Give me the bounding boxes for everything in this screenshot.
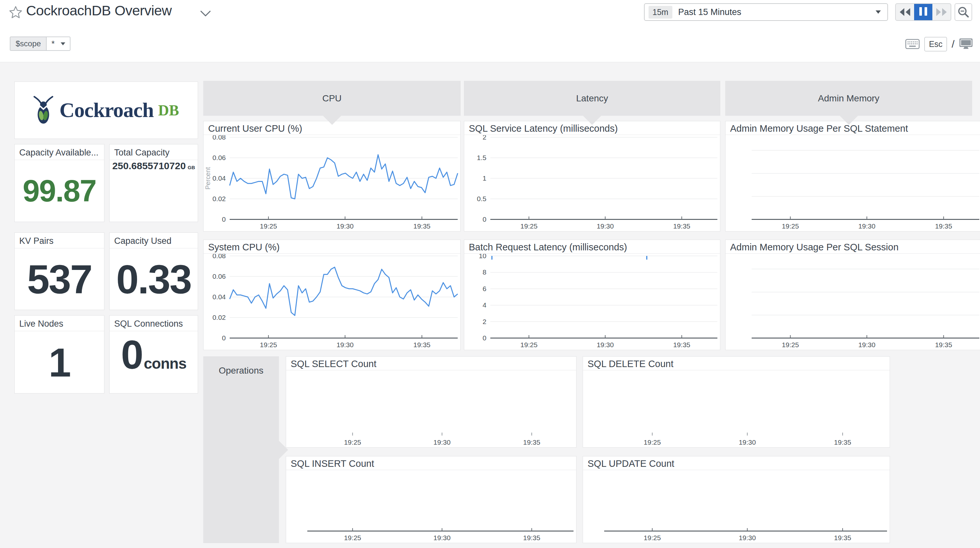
stat-value: 537 xyxy=(27,256,92,303)
pause-button[interactable] xyxy=(914,4,932,20)
chart-plot[interactable]: 00.511.5219:2519:3019:35 xyxy=(464,135,720,231)
svg-text:19:25: 19:25 xyxy=(644,438,661,446)
chart-title: Admin Memory Usage Per SQL Session xyxy=(725,240,980,254)
svg-text:4: 4 xyxy=(482,301,487,309)
svg-text:0.02: 0.02 xyxy=(212,314,226,321)
chart-card-current-user-cpu: Current User CPU (%) 00.020.040.060.0819… xyxy=(203,121,461,232)
scope-variable-name: $scope xyxy=(10,37,47,50)
group-label: Operations xyxy=(203,365,279,376)
scope-variable-select[interactable]: $scope * xyxy=(10,37,70,51)
magnifier-minus-icon xyxy=(957,6,970,18)
chart-title: SQL DELETE Count xyxy=(583,357,889,370)
svg-text:19:30: 19:30 xyxy=(597,222,614,230)
svg-text:19:25: 19:25 xyxy=(782,341,799,348)
chart-card-batch-request-latency: Batch Request Latency (milliseconds) 024… xyxy=(464,240,720,350)
svg-text:19:30: 19:30 xyxy=(738,438,756,446)
svg-text:19:30: 19:30 xyxy=(336,222,354,230)
chart-card-system-cpu: System CPU (%) 00.020.040.060.0819:2519:… xyxy=(203,240,461,350)
group-label: CPU xyxy=(322,93,342,104)
chevron-down-icon[interactable] xyxy=(200,10,211,17)
svg-text:0.04: 0.04 xyxy=(212,293,226,300)
chart-card-admin-memory-statement: Admin Memory Usage Per SQL Statement 19:… xyxy=(725,121,980,232)
logo-card: Cockroach DB xyxy=(14,81,198,139)
pause-icon xyxy=(918,7,929,17)
svg-text:0.06: 0.06 xyxy=(212,273,226,280)
svg-text:19:25: 19:25 xyxy=(644,534,661,542)
svg-text:19:25: 19:25 xyxy=(260,222,277,230)
svg-text:1: 1 xyxy=(482,175,487,182)
chart-card-sql-service-latency: SQL Service Latency (milliseconds) 00.51… xyxy=(464,121,720,232)
chart-plot[interactable]: 19:2519:3019:35 xyxy=(286,470,576,543)
svg-text:19:35: 19:35 xyxy=(413,341,431,348)
stat-card-total-capacity: Total Capacity 250.6855710720 GB xyxy=(109,144,198,222)
logo-wordmark: Cockroach xyxy=(59,98,153,122)
svg-text:8: 8 xyxy=(482,268,487,276)
svg-text:0.04: 0.04 xyxy=(212,175,226,182)
stat-value: 1 xyxy=(49,339,70,386)
group-header-admin-memory: Admin Memory xyxy=(725,81,972,116)
fast-forward-button[interactable] xyxy=(932,4,951,20)
group-header-cpu: CPU xyxy=(203,81,461,116)
esc-button[interactable]: Esc xyxy=(924,37,947,51)
svg-text:19:35: 19:35 xyxy=(523,534,541,542)
chart-title: Batch Request Latency (milliseconds) xyxy=(464,240,720,254)
svg-text:2: 2 xyxy=(482,318,487,326)
scope-variable-value: * xyxy=(51,39,54,49)
chart-plot[interactable]: 024681019:2519:3019:35 xyxy=(464,254,720,350)
top-header: CockroachDB Overview 15m Past 15 Minutes xyxy=(0,0,980,62)
chart-plot[interactable]: 19:2519:3019:35 xyxy=(725,254,980,350)
svg-text:19:35: 19:35 xyxy=(413,222,431,230)
stat-title: Live Nodes xyxy=(15,316,104,331)
chart-title: SQL INSERT Count xyxy=(286,456,576,470)
slash-separator: / xyxy=(951,38,955,50)
svg-text:10: 10 xyxy=(479,254,487,259)
stat-card-live-nodes: Live Nodes 1 xyxy=(14,315,104,394)
svg-text:0.06: 0.06 xyxy=(212,154,226,161)
keyboard-icon[interactable] xyxy=(905,39,920,49)
svg-text:19:30: 19:30 xyxy=(858,222,876,230)
chart-plot[interactable]: 19:2519:3019:35 xyxy=(583,470,889,543)
chart-plot[interactable]: 00.020.040.060.0819:2519:3019:35Percent xyxy=(204,135,460,231)
svg-text:0.02: 0.02 xyxy=(212,195,226,202)
stat-card-sql-connections: SQL Connections 0 conns xyxy=(109,315,198,394)
chart-plot[interactable]: 19:2519:3019:35 xyxy=(583,371,889,447)
svg-text:0: 0 xyxy=(222,216,226,223)
time-range-select[interactable]: 15m Past 15 Minutes xyxy=(644,3,888,21)
svg-text:19:30: 19:30 xyxy=(738,534,756,542)
svg-text:19:30: 19:30 xyxy=(858,341,876,348)
svg-text:1.5: 1.5 xyxy=(477,154,487,161)
svg-text:19:25: 19:25 xyxy=(520,341,538,348)
chart-plot[interactable]: 19:2519:3019:35 xyxy=(725,135,980,231)
group-header-operations: Operations xyxy=(203,356,279,543)
svg-text:19:25: 19:25 xyxy=(520,222,538,230)
star-icon[interactable] xyxy=(9,6,22,18)
svg-text:19:35: 19:35 xyxy=(834,534,851,542)
rewind-button[interactable] xyxy=(896,4,914,20)
svg-text:19:30: 19:30 xyxy=(434,438,451,446)
svg-text:19:30: 19:30 xyxy=(434,534,451,542)
stat-title: KV Pairs xyxy=(15,233,104,248)
chart-plot[interactable]: 19:2519:3019:35 xyxy=(286,371,576,447)
chart-plot[interactable]: 00.020.040.060.0819:2519:3019:35 xyxy=(204,254,460,350)
dashboard-canvas: Cockroach DB Capacity Available... 99.87… xyxy=(0,62,980,548)
svg-text:0.08: 0.08 xyxy=(212,254,226,259)
cockroachdb-logo-icon xyxy=(33,95,54,125)
stat-unit: GB xyxy=(188,165,195,170)
chart-card-sql-select-count: SQL SELECT Count 19:2519:3019:35 xyxy=(286,356,576,448)
svg-text:0: 0 xyxy=(482,216,487,223)
rewind-icon xyxy=(899,8,911,17)
stat-title: SQL Connections xyxy=(110,316,198,331)
svg-text:19:35: 19:35 xyxy=(834,438,851,446)
stat-unit: conns xyxy=(144,355,186,372)
stat-value: 250.6855710720 xyxy=(112,160,186,172)
stat-title: Capacity Available... xyxy=(15,145,104,160)
svg-text:Percent: Percent xyxy=(204,167,212,189)
svg-text:19:35: 19:35 xyxy=(935,222,952,230)
stat-value: 99.87 xyxy=(22,173,96,209)
svg-text:0.5: 0.5 xyxy=(477,195,487,202)
tv-mode-icon[interactable] xyxy=(959,38,973,50)
time-range-label: Past 15 Minutes xyxy=(678,7,876,17)
svg-text:0.08: 0.08 xyxy=(212,135,226,141)
chart-card-admin-memory-session: Admin Memory Usage Per SQL Session 19:25… xyxy=(725,240,980,350)
zoom-out-button[interactable] xyxy=(955,3,972,21)
